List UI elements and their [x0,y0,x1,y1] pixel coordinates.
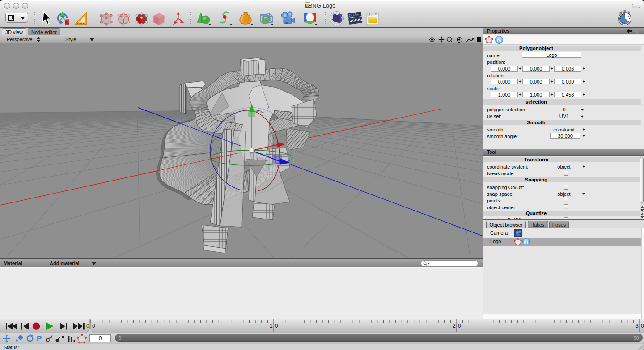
svg-text:m: m [497,38,501,43]
svg-text:P: P [37,334,42,343]
svg-text:m: m [524,240,528,245]
